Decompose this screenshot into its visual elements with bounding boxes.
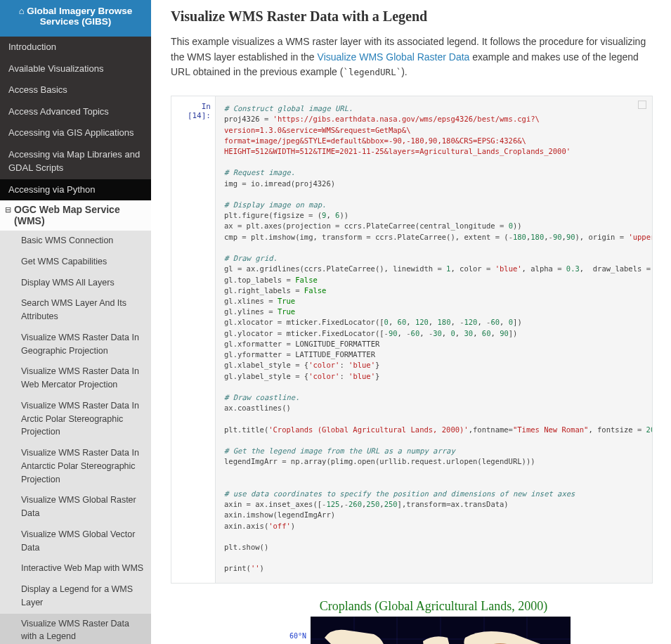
nav-section-wms[interactable]: ⊟ OGC Web Map Service (WMS) Basic WMS Co… [0, 200, 151, 644]
copy-icon[interactable] [638, 101, 646, 109]
nav-subitem[interactable]: Basic WMS Connection [0, 231, 151, 252]
site-title[interactable]: ⌂ Global Imagery Browse Services (GIBS) [0, 0, 151, 37]
nav-subitem[interactable]: Search WMS Layer And Its Attributes [0, 293, 151, 328]
nav-item[interactable]: Available Visualizations [0, 58, 151, 80]
nav-subitem[interactable]: Get WMS Capabilities [0, 252, 151, 273]
nav-subitem[interactable]: Visualize WMS Raster Data In Geographic … [0, 328, 151, 362]
nav-item[interactable]: Accessing via Map Libraries and GDAL Scr… [0, 144, 151, 179]
cell-output: Croplands (Global Agricultural Lands, 20… [214, 599, 653, 644]
main-content: Visualize WMS Raster Data with a Legend … [151, 0, 671, 644]
nav-subitem[interactable]: Interactive Web Map with WMS [0, 558, 151, 579]
sidebar: ⌂ Global Imagery Browse Services (GIBS) … [0, 0, 151, 644]
nav-item[interactable]: Accessing via Python [0, 179, 151, 201]
page-title: Visualize WMS Raster Data with a Legend [171, 8, 653, 25]
cell-prompt: In [14]: [171, 96, 215, 583]
nav-item[interactable]: Access Basics [0, 79, 151, 101]
nav-subitem[interactable]: Visualize WMS Raster Data In Arctic Pola… [0, 396, 151, 443]
nav-subitem[interactable]: Visualize WMS Raster Data with a Legend [0, 614, 151, 645]
nav: IntroductionAvailable VisualizationsAcce… [0, 37, 151, 644]
nav-subitem[interactable]: Display WMS All Layers [0, 273, 151, 294]
nav-subitem[interactable]: Visualize WMS Global Raster Data [0, 490, 151, 524]
nav-subitem[interactable]: Display a Legend for a WMS Layer [0, 579, 151, 614]
map-svg [311, 617, 571, 644]
nav-item[interactable]: Accessing via GIS Applications [0, 122, 151, 144]
nav-subitem[interactable]: Visualize WMS Global Vector Data [0, 524, 151, 559]
code-block: # Construct global image URL. proj4326 =… [215, 96, 652, 583]
chart-title: Croplands (Global Agricultural Lands, 20… [214, 599, 653, 614]
world-map: 60°N30°N0°30°S60°S [282, 617, 585, 644]
nav-item[interactable]: Introduction [0, 37, 151, 58]
collapse-icon[interactable]: ⊟ [1, 204, 14, 214]
code-cell: In [14]: # Construct global image URL. p… [171, 96, 653, 584]
intro-paragraph: This example visualizes a WMS raster lay… [171, 34, 653, 80]
nav-item[interactable]: Access Advanced Topics [0, 101, 151, 123]
nav-subitem[interactable]: Visualize WMS Raster Data In Antarctic P… [0, 443, 151, 490]
nav-subitem[interactable]: Visualize WMS Raster Data In Web Mercato… [0, 361, 151, 396]
intro-link[interactable]: Visualize WMS Global Raster Data [318, 51, 470, 63]
home-icon: ⌂ [19, 6, 25, 16]
